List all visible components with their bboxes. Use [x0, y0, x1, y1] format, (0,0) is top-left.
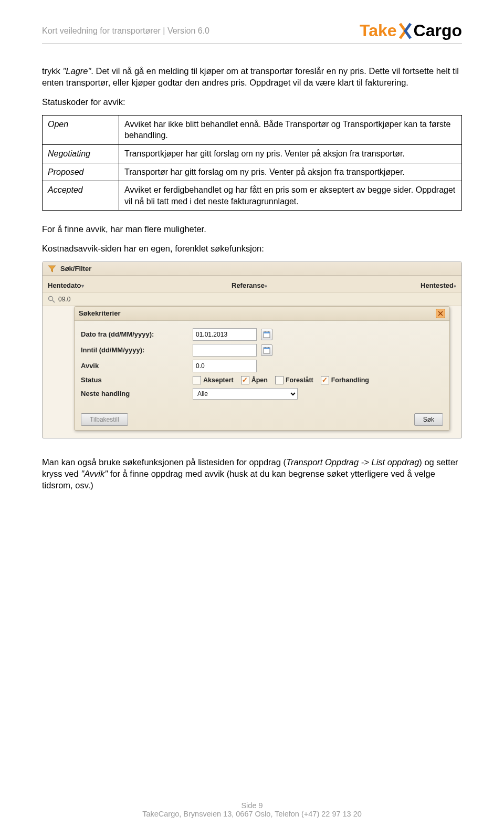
neste-handling-label: Neste handling	[81, 389, 188, 399]
search-criteria-dialog: Søkekriterier Dato fra (dd/MM/yyyy):	[74, 306, 450, 431]
sokfilter-label: Søk/Filter	[60, 264, 91, 274]
datofra-label: Dato fra (dd/MM/yyyy):	[81, 330, 188, 339]
status-code: Negotiating	[43, 144, 119, 163]
svg-rect-10	[264, 348, 270, 349]
col-hentedato[interactable]: Hentedato	[48, 281, 81, 289]
nav-path: Transport Oppdrag -> List oppdrag	[286, 457, 419, 467]
lagre-literal: "Lagre"	[62, 66, 91, 76]
filter-icon	[48, 265, 56, 273]
page-number: Side 9	[0, 801, 504, 810]
mid-para-1: For å finne avvik, har man flere mulighe…	[42, 223, 462, 235]
close-button[interactable]	[436, 309, 445, 318]
chk-akseptert-label: Akseptert	[203, 376, 234, 385]
chk-apen-label: Åpen	[251, 376, 268, 385]
footer-address: TakeCargo, Brynsveien 13, 0667 Oslo, Tel…	[0, 810, 504, 818]
calendar-button[interactable]	[261, 329, 272, 340]
bottom-text-a: Man kan også bruke søkefunksjonen på lis…	[42, 457, 286, 467]
status-desc: Transportkjøper har gitt forslag om ny p…	[119, 144, 462, 163]
table-row: Accepted Avviket er ferdigbehandlet og h…	[43, 181, 462, 211]
checkbox-foreslatt[interactable]	[275, 376, 284, 384]
search-filter-panel: Søk/Filter Hentedato▾ Referanse♦ Hentest…	[42, 261, 462, 438]
logo-take: Take	[360, 21, 397, 40]
intro-p1-part-b: . Det vil nå gå en melding til kjøper om…	[42, 66, 459, 87]
table-row: Negotiating Transportkjøper har gitt for…	[43, 144, 462, 163]
search-icon[interactable]	[48, 296, 55, 303]
chk-forhandling-label: Forhandling	[331, 376, 369, 385]
inntil-input[interactable]	[193, 344, 257, 357]
dialog-title: Søkekriterier	[79, 309, 121, 318]
reset-button[interactable]: Tilbakestill	[81, 413, 128, 426]
calendar-button[interactable]	[261, 344, 272, 356]
svg-line-2	[52, 300, 55, 302]
doc-header-title: Kort veiledning for transportører | Vers…	[42, 26, 209, 36]
page-footer: Side 9 TakeCargo, Brynsveien 13, 0667 Os…	[0, 801, 504, 818]
avvik-label: Avvik	[81, 361, 188, 371]
status-code: Proposed	[43, 163, 119, 181]
datofra-input[interactable]	[193, 328, 257, 341]
checkbox-akseptert[interactable]	[193, 376, 201, 384]
svg-marker-0	[48, 266, 56, 272]
status-desc: Transportør har gitt forslag om ny pris.…	[119, 163, 462, 181]
status-code: Accepted	[43, 181, 119, 211]
status-desc: Avviket har ikke blitt behandlet ennå. B…	[119, 115, 462, 144]
table-row: Open Avviket har ikke blitt behandlet en…	[43, 115, 462, 144]
col-referanse[interactable]: Referanse	[232, 281, 265, 289]
intro-p1-part-a: trykk	[42, 66, 62, 76]
mid-para-2: Kostnadsavvik-siden har en egen, forenkl…	[42, 243, 462, 254]
neste-handling-select[interactable]: Alle	[193, 388, 298, 400]
chk-foreslatt-label: Foreslått	[286, 376, 313, 385]
svg-rect-6	[264, 332, 270, 333]
brand-logo: Take Cargo	[360, 21, 462, 40]
bottom-para: Man kan også bruke søkefunksjonen på lis…	[42, 456, 462, 491]
avvik-input[interactable]	[193, 360, 257, 372]
col-hentested[interactable]: Hentested	[421, 281, 454, 289]
checkbox-forhandling[interactable]: ✓	[321, 376, 329, 384]
status-label: Status	[81, 375, 188, 385]
sort-icon: ▾	[81, 283, 84, 289]
status-codes-table: Open Avviket har ikke blitt behandlet en…	[42, 115, 462, 211]
logo-cargo: Cargo	[414, 21, 462, 40]
logo-glyph-icon	[398, 23, 413, 39]
status-checkbox-group: Akseptert ✓Åpen Foreslått ✓Forhandling	[193, 376, 369, 385]
avvik-literal: "Avvik"	[81, 469, 108, 478]
statuskoder-heading: Statuskoder for avvik:	[42, 96, 462, 108]
search-button[interactable]: Søk	[414, 413, 443, 426]
date-value: 09.0	[58, 295, 70, 304]
sort-icon: ♦	[265, 283, 267, 289]
table-row: Proposed Transportør har gitt forslag om…	[43, 163, 462, 181]
svg-point-1	[49, 297, 53, 301]
checkbox-apen[interactable]: ✓	[241, 376, 249, 384]
date-row: 09.0	[43, 293, 461, 306]
inntil-label: Inntil (dd/MM/yyyy):	[81, 346, 188, 355]
sort-icon: ♦	[454, 283, 456, 289]
status-code: Open	[43, 115, 119, 144]
intro-para-1: trykk "Lagre". Det vil nå gå en melding …	[42, 65, 462, 89]
status-desc: Avviket er ferdigbehandlet og har fått e…	[119, 181, 462, 211]
column-headers: Hentedato▾ Referanse♦ Hentested♦	[43, 276, 461, 293]
